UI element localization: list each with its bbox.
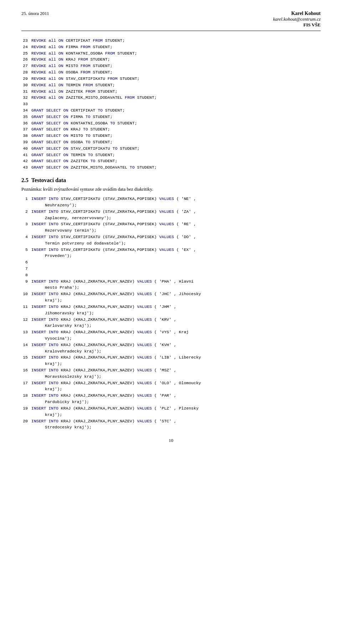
code-line-27: 27 REVOKE all ON MISTO FROM STUDENT;: [21, 63, 321, 69]
insert-line-11-cont: Jihomoravsky kraj');: [21, 310, 321, 316]
code-line-26: 26 REVOKE all ON KRAJ FROM STUDENT;: [21, 56, 321, 63]
insert-line-14: 14 INSERT INTO KRAJ (KRAJ_ZKRATKA,PLNY_N…: [21, 342, 321, 348]
code-line-32: 32 REVOKE all ON ZAZITEK_MISTO_DODAVATEL…: [21, 94, 321, 101]
code-line-28: 28 REVOKE all ON OSOBA FROM STUDENT;: [21, 69, 321, 76]
section-heading: 2.5 Testovací data: [21, 177, 321, 184]
code-line-23: 23 REVOKE all ON CERTIFIKAT FROM STUDENT…: [21, 37, 321, 44]
code-line-41: 41 GRANT SELECT ON TERMIN TO STUDENT;: [21, 152, 321, 158]
insert-line-2: 2 INSERT INTO STAV_CERTIFIKATU (STAV_ZKR…: [21, 208, 321, 215]
insert-line-17-cont: kraj');: [21, 386, 321, 392]
insert-line-9-cont: mesto Praha');: [21, 284, 321, 291]
insert-line-10-cont: kraj');: [21, 297, 321, 304]
code-line-42: 42 GRANT SELECT ON ZAZITEK TO STUDENT;: [21, 158, 321, 164]
code-line-35: 35 GRANT SELECT ON FIRMA TO STUDENT;: [21, 114, 321, 120]
insert-line-17: 17 INSERT INTO KRAJ (KRAJ_ZKRATKA,PLNY_N…: [21, 380, 321, 386]
author-org: FIS VŠE: [273, 22, 321, 28]
insert-line-20-cont: Stredocesky kraj');: [21, 424, 321, 431]
insert-line-19-cont: kraj');: [21, 412, 321, 418]
insert-line-3-cont: Rezervovany termin');: [21, 227, 321, 234]
insert-line-16: 16 INSERT INTO KRAJ (KRAJ_ZKRATKA,PLNY_N…: [21, 367, 321, 373]
author-name: Karel Kohout: [273, 11, 321, 16]
revoke-grant-block: 23 REVOKE all ON CERTIFIKAT FROM STUDENT…: [21, 37, 321, 171]
insert-line-13-cont: Vysocina');: [21, 335, 321, 342]
code-line-40: 40 GRANT SELECT ON STAV_CERTIFIKATU TO S…: [21, 145, 321, 152]
insert-line-16-cont: Moravskoslezsky kraj');: [21, 373, 321, 380]
page-number: 10: [169, 438, 173, 443]
insert-line-20: 20 INSERT INTO KRAJ (KRAJ_ZKRATKA,PLNY_N…: [21, 418, 321, 424]
author-email: karel.kohout@centrum.cz: [273, 16, 321, 22]
code-line-30: 30 REVOKE all ON TERMIN FROM STUDENT;: [21, 82, 321, 88]
insert-line-10: 10 INSERT INTO KRAJ (KRAJ_ZKRATKA,PLNY_N…: [21, 291, 321, 297]
code-line-29: 29 REVOKE all ON STAV_CERTIFIKATU FROM S…: [21, 76, 321, 82]
note-paragraph: Poznámka: kvůli zvýrazňování syntaxe zde…: [21, 186, 321, 192]
insert-line-18-cont: Pardubicky kraj');: [21, 399, 321, 405]
insert-line-14-cont: Kralovehradecky kraj');: [21, 348, 321, 355]
insert-line-5-cont: Proveden');: [21, 253, 321, 259]
page-header: 25. února 2011 Karel Kohout karel.kohout…: [21, 11, 321, 31]
code-line-24: 24 REVOKE all ON FIRMA FROM STUDENT;: [21, 44, 321, 50]
code-line-43: 43 GRANT SELECT ON ZAZITEK_MISTO_DODAVAT…: [21, 164, 321, 171]
code-line-36: 36 GRANT SELECT ON KONTAKTNI_OSOBA TO ST…: [21, 120, 321, 127]
code-line-31: 31 REVOKE all ON ZAZITEK FROM STUDENT;: [21, 88, 321, 95]
code-line-38: 38 GRANT SELECT ON MISTO TO STUDENT;: [21, 133, 321, 139]
insert-line-4: 4 INSERT INTO STAV_CERTIFIKATU (STAV_ZKR…: [21, 234, 321, 240]
insert-line-6: 6: [21, 259, 321, 266]
insert-line-18: 18 INSERT INTO KRAJ (KRAJ_ZKRATKA,PLNY_N…: [21, 392, 321, 399]
insert-line-11: 11 INSERT INTO KRAJ (KRAJ_ZKRATKA,PLNY_N…: [21, 304, 321, 310]
code-line-25: 25 REVOKE all ON KONTAKTNI_OSOBA FROM ST…: [21, 50, 321, 57]
insert-line-8: 8: [21, 272, 321, 278]
code-line-34: 34 GRANT SELECT ON CERTIFIKAT TO STUDENT…: [21, 107, 321, 114]
insert-line-15-cont: kraj');: [21, 361, 321, 367]
insert-line-15: 15 INSERT INTO KRAJ (KRAJ_ZKRATKA,PLNY_N…: [21, 354, 321, 361]
header-date: 25. února 2011: [21, 11, 49, 16]
code-line-37: 37 GRANT SELECT ON KRAJ TO STUDENT;: [21, 126, 321, 133]
insert-line-3: 3 INSERT INTO STAV_CERTIFIKATU (STAV_ZKR…: [21, 221, 321, 227]
insert-line-19: 19 INSERT INTO KRAJ (KRAJ_ZKRATKA,PLNY_N…: [21, 405, 321, 412]
insert-line-1-cont: Neuhrazeny');: [21, 202, 321, 208]
page: 25. února 2011 Karel Kohout karel.kohout…: [0, 0, 342, 644]
insert-line-9: 9 INSERT INTO KRAJ (KRAJ_ZKRATKA,PLNY_NA…: [21, 278, 321, 285]
insert-line-12-cont: Karlovarsky kraj');: [21, 323, 321, 329]
code-line-33: 33: [21, 101, 321, 107]
code-line-39: 39 GRANT SELECT ON OSOBA TO STUDENT;: [21, 139, 321, 145]
insert-block: 1 INSERT INTO STAV_CERTIFIKATU (STAV_ZKR…: [21, 196, 321, 431]
insert-line-4-cont: Termin potvrzeny od dodavatele');: [21, 240, 321, 247]
insert-line-12: 12 INSERT INTO KRAJ (KRAJ_ZKRATKA,PLNY_N…: [21, 316, 321, 323]
insert-line-7: 7: [21, 266, 321, 272]
insert-line-5: 5 INSERT INTO STAV_CERTIFIKATU (STAV_ZKR…: [21, 247, 321, 253]
insert-line-1: 1 INSERT INTO STAV_CERTIFIKATU (STAV_ZKR…: [21, 196, 321, 202]
insert-line-2-cont: Zaplaceny, nerezervovany');: [21, 215, 321, 221]
insert-line-13: 13 INSERT INTO KRAJ (KRAJ_ZKRATKA,PLNY_N…: [21, 329, 321, 335]
header-author: Karel Kohout karel.kohout@centrum.cz FIS…: [273, 11, 321, 28]
page-footer: 10: [21, 438, 321, 443]
